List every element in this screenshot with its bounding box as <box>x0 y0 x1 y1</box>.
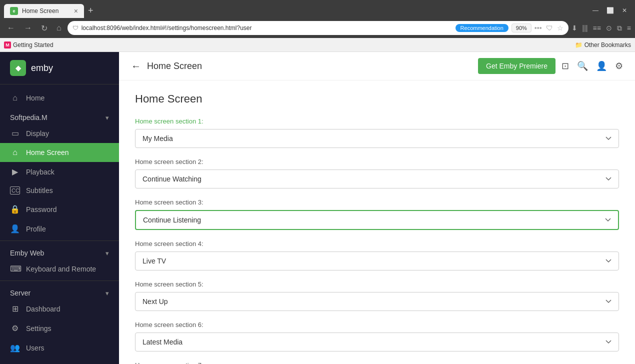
form-section-2: Home screen section 2:My MediaContinue W… <box>135 158 619 188</box>
dashboard-icon: ⊞ <box>10 304 20 314</box>
sidebar-item-password[interactable]: 🔒 Password <box>0 200 119 219</box>
reader-icon[interactable]: ≡≡ <box>592 24 600 32</box>
topbar-icons: ⊡ 🔍 👤 ⚙ <box>562 60 623 72</box>
sidebar-divider-1 <box>0 240 119 241</box>
close-window-button[interactable]: ✕ <box>622 7 627 14</box>
sidebar-item-users[interactable]: 👥 Users <box>0 338 119 358</box>
keyboard-icon: ⌨ <box>10 264 20 274</box>
sidebar-item-home[interactable]: ⌂ Home <box>0 88 119 108</box>
password-icon: 🔒 <box>10 204 20 214</box>
tab-title: Home Screen <box>22 8 58 14</box>
user-icon[interactable]: 👤 <box>596 60 607 72</box>
form-section-1: Home screen section 1:My MediaContinue W… <box>135 118 619 148</box>
home-button[interactable]: ⌂ <box>54 22 64 34</box>
emby-logo-text: emby <box>31 63 53 74</box>
recommendation-badge: Recommendation <box>456 24 508 32</box>
window-controls: — ⬜ ✕ <box>588 3 631 18</box>
security-icon: 🛡 <box>72 24 78 32</box>
active-tab[interactable]: e Home Screen × <box>4 4 84 18</box>
recommendation-label: Recommendation <box>460 25 504 31</box>
section-label-1: Home screen section 1: <box>135 118 619 125</box>
sidebar-item-homescreen[interactable]: ⌂ Home Screen <box>0 143 119 162</box>
sidebar-item-settings[interactable]: ⚙ Settings <box>0 318 119 338</box>
back-button[interactable]: ← <box>131 60 141 72</box>
sidebar-divider-2 <box>0 280 119 281</box>
bookmark-favicon: M <box>4 42 11 48</box>
sidebar-item-keyboard[interactable]: ⌨ Keyboard and Remote <box>0 259 119 278</box>
settings-label: Settings <box>26 324 52 332</box>
sidebar-item-profile[interactable]: 👤 Profile <box>0 219 119 238</box>
settings-icon: ⚙ <box>10 324 20 333</box>
cast-icon[interactable]: ⊡ <box>562 60 569 72</box>
menu-icon[interactable]: ≡ <box>627 24 631 32</box>
section-select-1[interactable]: My MediaContinue WatchingContinue Listen… <box>135 129 619 148</box>
section-label-3: Home screen section 3: <box>135 198 619 206</box>
content-title: Home Screen <box>135 92 619 106</box>
star-icon[interactable]: ☆ <box>557 24 564 32</box>
users-icon: 👥 <box>10 343 20 352</box>
embyweb-section-name: Emby Web <box>10 249 44 257</box>
reload-button[interactable]: ↻ <box>38 22 50 35</box>
getting-started-bookmark[interactable]: M Getting Started <box>4 42 54 48</box>
close-tab-button[interactable]: × <box>74 7 78 15</box>
top-bar: ← Home Screen Get Emby Premiere ⊡ 🔍 👤 ⚙ <box>119 52 635 80</box>
forward-button[interactable]: → <box>21 22 35 34</box>
section-select-4[interactable]: My MediaContinue WatchingContinue Listen… <box>135 252 619 270</box>
sidebar-item-subtitles[interactable]: CC Subtitles <box>0 182 119 200</box>
tab-bar: e Home Screen × + — ⬜ ✕ <box>0 0 635 18</box>
sections-container: Home screen section 1:My MediaContinue W… <box>135 118 619 364</box>
sidebar-section-embyweb[interactable]: Emby Web ▾ <box>0 243 119 259</box>
subtitles-icon: CC <box>10 186 20 194</box>
address-input[interactable]: 🛡 localhost:8096/web/index.html#!/settin… <box>68 21 568 35</box>
sidebar-section-server[interactable]: Server ▾ <box>0 283 119 299</box>
sidebar-item-playback[interactable]: ▶ Playback <box>0 162 119 182</box>
sidebar-logo: ◆ emby <box>0 52 119 84</box>
form-section-4: Home screen section 4:My MediaContinue W… <box>135 240 619 270</box>
homescreen-label: Home Screen <box>26 148 69 156</box>
new-tab-button[interactable]: + <box>86 6 96 16</box>
playback-icon: ▶ <box>10 167 20 176</box>
bookmarks-bar: M Getting Started 📁 Other Bookmarks <box>0 38 635 52</box>
extensions-icon[interactable]: ⧉ <box>617 24 622 32</box>
section-label-7: Home screen section 7: <box>135 362 619 364</box>
sidebar: ◆ emby ⌂ Home Softpedia.M ▾ ▭ Display ⌂ … <box>0 52 119 364</box>
subtitles-label: Subtitles <box>26 186 53 194</box>
home-label: Home <box>26 94 44 102</box>
section-select-6[interactable]: My MediaContinue WatchingContinue Listen… <box>135 332 619 352</box>
search-icon[interactable]: 🔍 <box>577 60 588 72</box>
library-icon[interactable]: ||| <box>582 24 588 32</box>
section-select-2[interactable]: My MediaContinue WatchingContinue Listen… <box>135 170 619 188</box>
download-icon[interactable]: ⬇ <box>572 24 578 32</box>
user-section-expand-icon: ▾ <box>106 114 109 122</box>
section-select-5[interactable]: My MediaContinue WatchingContinue Listen… <box>135 292 619 311</box>
address-actions: ••• 🛡 ☆ <box>534 24 564 32</box>
profile-label: Profile <box>26 225 46 233</box>
other-bookmarks[interactable]: 📁 Other Bookmarks <box>575 42 631 48</box>
minimize-button[interactable]: — <box>592 7 598 14</box>
server-expand-icon: ▾ <box>106 290 109 297</box>
user-section-name: Softpedia.M <box>10 114 48 122</box>
get-premiere-button[interactable]: Get Emby Premiere <box>478 58 556 74</box>
shield-addr-icon: 🛡 <box>546 24 553 32</box>
maximize-button[interactable]: ⬜ <box>606 7 614 14</box>
form-section-5: Home screen section 5:My MediaContinue W… <box>135 280 619 311</box>
sidebar-item-display[interactable]: ▭ Display <box>0 124 119 143</box>
content-area: Home Screen Home screen section 1:My Med… <box>119 80 635 364</box>
section-label-2: Home screen section 2: <box>135 158 619 166</box>
sidebar-section-user[interactable]: Softpedia.M ▾ <box>0 108 119 124</box>
address-bar-row: ← → ↻ ⌂ 🛡 localhost:8096/web/index.html#… <box>0 18 635 38</box>
section-select-3[interactable]: My MediaContinue WatchingContinue Listen… <box>135 210 619 230</box>
account-icon[interactable]: ⊙ <box>606 24 612 32</box>
form-section-7: Home screen section 7:My MediaContinue W… <box>135 362 619 364</box>
display-label: Display <box>26 130 49 138</box>
sidebar-item-dashboard[interactable]: ⊞ Dashboard <box>0 299 119 318</box>
profile-icon: 👤 <box>10 224 20 234</box>
back-button[interactable]: ← <box>4 22 18 34</box>
other-bookmarks-label: Other Bookmarks <box>584 42 631 48</box>
home-icon: ⌂ <box>10 94 20 102</box>
playback-label: Playback <box>26 168 54 176</box>
password-label: Password <box>26 206 56 214</box>
settings-topbar-icon[interactable]: ⚙ <box>615 60 623 72</box>
embyweb-expand-icon: ▾ <box>106 250 109 257</box>
more-button[interactable]: ••• <box>534 24 542 32</box>
